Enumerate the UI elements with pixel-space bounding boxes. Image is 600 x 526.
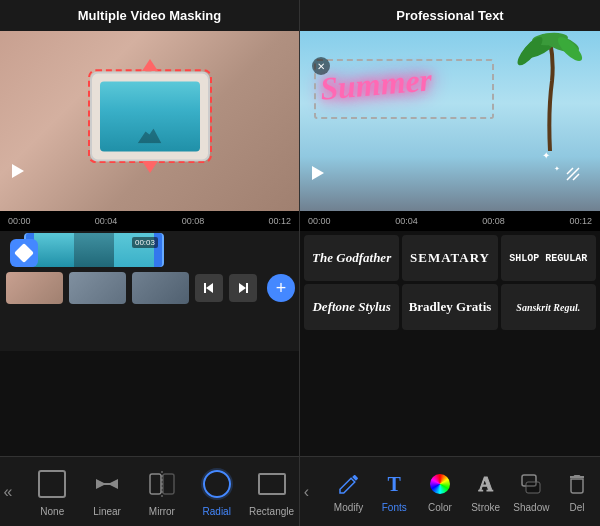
nav-skip-right[interactable] — [229, 274, 257, 302]
mask-none-button[interactable]: None — [26, 462, 78, 522]
fonts-label: Fonts — [382, 502, 407, 513]
none-icon — [34, 466, 70, 502]
rectangle-label: Rectangle — [249, 506, 294, 517]
linear-icon — [89, 466, 125, 502]
mask-radial-button[interactable]: Radial — [191, 462, 243, 522]
sparkle-icon: ✦ — [542, 150, 550, 161]
right-play-button[interactable] — [308, 163, 328, 183]
mask-rectangle-button[interactable]: Rectangle — [246, 462, 298, 522]
left-preview-background — [0, 31, 299, 211]
fonts-T-icon: T — [388, 473, 401, 496]
left-timeline-marks: 00:00 00:04 00:08 00:12 — [8, 216, 291, 226]
clip-thumbnail-1 — [34, 233, 74, 267]
linear-label: Linear — [93, 506, 121, 517]
svg-marker-0 — [206, 283, 213, 293]
back-double-arrow[interactable]: « — [3, 483, 12, 501]
font-gofather[interactable]: The Godfather — [304, 235, 399, 281]
modify-label: Modify — [334, 502, 363, 513]
track-row-2: + — [0, 269, 299, 307]
stroke-A-icon: A — [478, 473, 492, 496]
right-timeline-mark-1: 00:04 — [395, 216, 418, 226]
timeline-mark-1: 00:04 — [95, 216, 118, 226]
right-play-icon — [312, 166, 324, 180]
text-stroke-button[interactable]: A Stroke — [465, 462, 507, 522]
right-preview-background: Summer ✕ ✦ ✦ — [300, 31, 600, 211]
right-video-preview: Summer ✕ ✦ ✦ — [300, 31, 600, 211]
right-panel: Professional Text Summer ✕ — [300, 0, 600, 526]
radial-label: Radial — [203, 506, 231, 517]
mask-arrow-up — [142, 59, 158, 71]
timeline-mark-3: 00:12 — [268, 216, 291, 226]
right-timeline-mark-2: 00:08 — [482, 216, 505, 226]
right-bottom-toolbar: ‹ Modify T Fonts Color — [300, 456, 600, 526]
text-fonts-button[interactable]: T Fonts — [373, 462, 415, 522]
none-icon-shape — [38, 470, 66, 498]
left-timeline-bar: 00:00 00:04 00:08 00:12 — [0, 211, 299, 231]
rectangle-icon — [254, 466, 290, 502]
left-play-button[interactable] — [8, 161, 28, 181]
svg-rect-7 — [150, 474, 161, 494]
clip-thumbnail-2 — [74, 233, 114, 267]
font-bradley[interactable]: Bradley Gratis — [402, 284, 497, 330]
text-shadow-button[interactable]: Shadow — [510, 462, 552, 522]
right-timeline-mark-0: 00:00 — [308, 216, 331, 226]
small-clip-1[interactable] — [6, 272, 63, 304]
timeline-mark-0: 00:00 — [8, 216, 31, 226]
play-icon — [12, 164, 24, 178]
mirror-label: Mirror — [149, 506, 175, 517]
small-clip-2[interactable] — [69, 272, 126, 304]
mask-linear-button[interactable]: Linear — [81, 462, 133, 522]
none-label: None — [40, 506, 64, 517]
svg-rect-3 — [246, 283, 248, 293]
text-resize-handle[interactable] — [564, 165, 582, 183]
radial-icon — [199, 466, 235, 502]
modify-icon — [335, 470, 363, 498]
add-clip-button[interactable]: + — [267, 274, 295, 302]
left-video-preview — [0, 31, 299, 211]
track-row-1: 00:03 — [0, 231, 299, 269]
mask-selection-border — [88, 69, 212, 163]
text-delete-button[interactable]: Del — [556, 462, 598, 522]
keyframe-diamond — [14, 243, 34, 263]
stroke-icon: A — [472, 470, 500, 498]
text-modify-button[interactable]: Modify — [328, 462, 370, 522]
font-deftone-label: Deftone Stylus — [308, 299, 394, 315]
font-deftone[interactable]: Deftone Stylus — [304, 284, 399, 330]
fonts-icon: T — [380, 470, 408, 498]
radial-icon-shape — [203, 470, 231, 498]
palm-tree-illustration — [510, 31, 590, 151]
add-icon: + — [276, 279, 287, 297]
color-label: Color — [428, 502, 452, 513]
mask-mirror-button[interactable]: Mirror — [136, 462, 188, 522]
right-back-arrow[interactable]: ‹ — [304, 483, 309, 501]
mask-arrow-down — [142, 161, 158, 173]
font-sanskrit-label: Sanskrit Regul. — [512, 302, 584, 313]
font-selection-grid: The Godfather SEMATARY SHLOP REGULAR Def… — [300, 231, 600, 331]
font-shlop[interactable]: SHLOP REGULAR — [501, 235, 596, 281]
right-timeline-bar: 00:00 00:04 00:08 00:12 — [300, 211, 600, 231]
svg-marker-6 — [108, 479, 118, 489]
font-sematary[interactable]: SEMATARY — [402, 235, 497, 281]
rectangle-icon-shape — [258, 473, 286, 495]
text-close-button[interactable]: ✕ — [312, 57, 330, 75]
timeline-mark-2: 00:08 — [182, 216, 205, 226]
svg-marker-2 — [239, 283, 246, 293]
shadow-icon — [517, 470, 545, 498]
small-clip-3[interactable] — [132, 272, 189, 304]
sparkle-icon-2: ✦ — [554, 165, 560, 173]
svg-rect-1 — [204, 283, 206, 293]
color-circle-icon — [430, 474, 450, 494]
svg-rect-8 — [163, 474, 174, 494]
stroke-label: Stroke — [471, 502, 500, 513]
left-timeline-tracks: 00:03 + — [0, 231, 299, 351]
right-timeline-mark-3: 00:12 — [569, 216, 592, 226]
text-color-button[interactable]: Color — [419, 462, 461, 522]
text-selection-box — [314, 59, 494, 119]
left-panel-title: Multiple Video Masking — [0, 0, 299, 31]
main-video-clip[interactable]: 00:03 — [24, 233, 164, 267]
keyframe-icon[interactable] — [10, 239, 38, 267]
font-sanskrit[interactable]: Sanskrit Regul. — [501, 284, 596, 330]
nav-skip-left[interactable] — [195, 274, 223, 302]
linear-icon-shape — [93, 470, 121, 498]
svg-marker-5 — [96, 479, 106, 489]
